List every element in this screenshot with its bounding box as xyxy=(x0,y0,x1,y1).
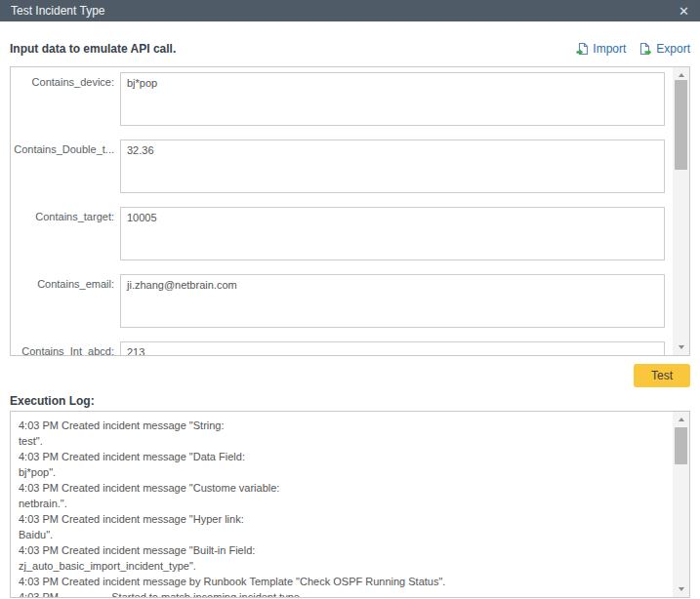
import-file-icon xyxy=(576,42,589,56)
field-textarea[interactable] xyxy=(120,274,665,328)
export-label: Export xyxy=(656,42,690,56)
scroll-down-icon[interactable] xyxy=(673,340,689,354)
log-entry-text: Baidu". xyxy=(19,529,53,540)
log-entry-time: 4:03 PM xyxy=(19,449,62,464)
dialog-title: Test Incident Type xyxy=(11,4,105,18)
form-scrollbar[interactable] xyxy=(673,67,689,355)
field-label: Contains_Double_t... xyxy=(11,140,120,193)
log-entry-text: test". xyxy=(19,435,43,447)
log-scrollbar-thumb[interactable] xyxy=(675,427,687,464)
import-button[interactable]: Import xyxy=(576,42,626,56)
field-label: Contains_device: xyxy=(11,72,120,126)
export-file-icon xyxy=(639,42,652,56)
field-textarea[interactable] xyxy=(120,207,665,260)
scroll-up-icon[interactable] xyxy=(673,413,689,426)
log-entry: 4:03 PMCreated incident message "Custome… xyxy=(19,480,664,496)
log-entry-time: 4:03 PM xyxy=(19,511,62,527)
field-textarea[interactable] xyxy=(120,72,665,126)
log-scrollbar[interactable] xyxy=(673,412,689,597)
execution-log-label: Execution Log: xyxy=(10,395,690,408)
log-entry-time: 4:03 PM xyxy=(19,589,62,598)
log-entry: test". xyxy=(19,433,664,449)
form-field-row: Contains_email: xyxy=(11,274,672,328)
field-textarea[interactable] xyxy=(120,140,665,193)
log-entry: Baidu". xyxy=(19,527,664,542)
field-label: Contains_Int_abcd: xyxy=(11,341,120,356)
form-field-row: Contains_device: xyxy=(11,72,672,126)
form-fields: Contains_device: Contains_Double_t... Co… xyxy=(11,67,672,356)
log-entry: 4:03 PM--------------Started to match in… xyxy=(19,589,664,598)
close-icon[interactable]: ✕ xyxy=(679,5,689,18)
dialog-body: Input data to emulate API call. Import E… xyxy=(0,41,700,598)
log-entry-time: 4:03 PM xyxy=(19,480,62,496)
log-entry: zj_auto_basic_import_incident_type". xyxy=(19,558,664,574)
log-entry: 4:03 PMCreated incident message "Hyper l… xyxy=(19,511,664,527)
log-entry: 4:03 PMCreated incident message by Runbo… xyxy=(19,574,664,589)
log-entry-text: netbrain.". xyxy=(19,498,67,509)
log-entry-time: 4:03 PM xyxy=(19,574,62,589)
form-field-row: Contains_Double_t... xyxy=(11,140,672,193)
export-button[interactable]: Export xyxy=(639,42,690,56)
form-scrollbar-thumb[interactable] xyxy=(675,80,687,170)
input-form-panel: Contains_device: Contains_Double_t... Co… xyxy=(10,66,690,356)
log-entry: netbrain.". xyxy=(19,496,664,511)
instruction-text: Input data to emulate API call. xyxy=(10,42,176,56)
log-entry-text: Created incident message "Custome variab… xyxy=(62,482,279,494)
log-entry-text: Created incident message "Data Field: xyxy=(62,451,245,462)
log-entry-text: zj_auto_basic_import_incident_type". xyxy=(19,560,196,572)
log-entry-text: bj*pop". xyxy=(19,466,56,478)
log-entry: 4:03 PMCreated incident message "Built-i… xyxy=(19,542,664,558)
log-entry-time: 4:03 PM xyxy=(19,542,62,558)
log-entry-text: Created incident message "Built-in Field… xyxy=(62,544,255,556)
field-label: Contains_email: xyxy=(11,274,120,328)
log-entry-text: Created incident message "String: xyxy=(62,419,225,431)
import-label: Import xyxy=(593,42,626,56)
log-entry-text: --------------Started to match incoming … xyxy=(62,591,353,598)
execution-log-lines: 4:03 PMCreated incident message "String:… xyxy=(11,412,672,598)
log-entry: 4:03 PMCreated incident message "String: xyxy=(19,418,664,433)
log-entry-time: 4:03 PM xyxy=(19,418,62,433)
field-label: Contains_target: xyxy=(11,207,120,260)
log-entry: 4:03 PMCreated incident message "Data Fi… xyxy=(19,449,664,464)
form-field-row: Contains_target: xyxy=(11,207,672,260)
import-export-links: Import Export xyxy=(576,42,690,56)
scroll-down-icon[interactable] xyxy=(673,582,689,596)
execution-log-panel: 4:03 PMCreated incident message "String:… xyxy=(10,411,690,598)
form-field-row: Contains_Int_abcd: xyxy=(11,341,672,356)
log-entry: bj*pop". xyxy=(19,464,664,480)
test-button[interactable]: Test xyxy=(634,364,690,387)
log-entry-text: Created incident message by Runbook Temp… xyxy=(62,576,445,587)
field-textarea[interactable] xyxy=(120,341,665,356)
test-button-row: Test xyxy=(10,364,690,387)
log-entry-text: Created incident message "Hyper link: xyxy=(62,513,244,525)
dialog-titlebar: Test Incident Type ✕ xyxy=(0,0,700,21)
header-row: Input data to emulate API call. Import E… xyxy=(10,41,690,57)
